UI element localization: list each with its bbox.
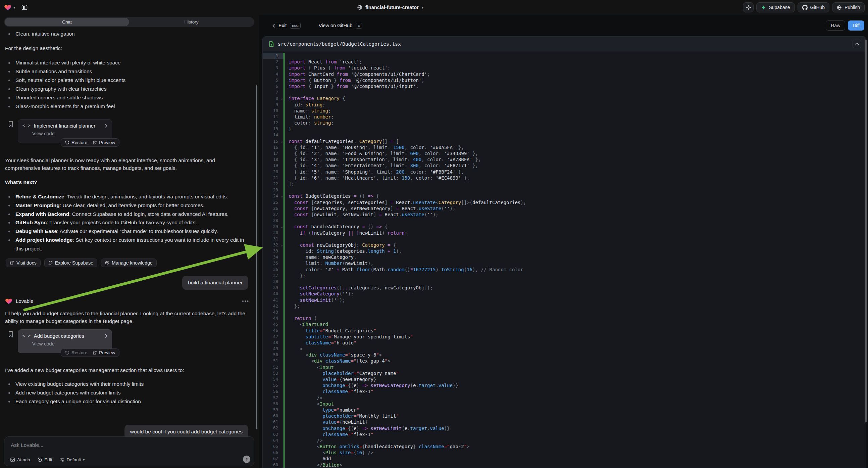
- code-line: 10 name: string;: [263, 108, 866, 114]
- more-options-icon[interactable]: •••: [242, 298, 249, 304]
- code-line: 55 onChange={(e) => setNewCategory(e.tar…: [263, 382, 866, 388]
- esc-key-badge: ESC: [290, 23, 301, 29]
- view-on-github-button[interactable]: View on GitHub: [319, 23, 352, 28]
- chat-input[interactable]: [11, 442, 179, 448]
- code-line: 65 <Button onClick={handleAddCategory} c…: [263, 443, 866, 449]
- send-button[interactable]: [243, 456, 250, 463]
- code-line: 53 placeholder="Category name": [263, 370, 866, 376]
- list-item: Clean, intuitive navigation: [5, 30, 253, 38]
- project-name: financial-future-creator: [365, 5, 419, 10]
- collapse-file-button[interactable]: [852, 39, 861, 48]
- chat-bubble-icon: [48, 261, 53, 265]
- list-item: Master Prompting: Use clear, detailed, a…: [5, 201, 253, 210]
- feature-list-tail: Clean, intuitive navigation: [5, 30, 253, 38]
- list-item: Each category gets a unique color for vi…: [5, 397, 253, 406]
- list-item: Add new budget categories with custom li…: [5, 388, 253, 397]
- next-steps-list: Refine & Customize: Tweak the design, an…: [5, 193, 253, 253]
- code-line: 2import React from 'react';: [263, 59, 866, 65]
- code-lines: 12import React from 'react';3import { Pl…: [263, 51, 866, 468]
- code-line: 43: [263, 309, 866, 315]
- code-line: 60 placeholder="Monthly limit": [263, 413, 866, 419]
- top-bar: ▾ financial-future-creator ▾ Supabase Gi…: [0, 0, 868, 15]
- code-line: 33 id: String(categories.length + 1),: [263, 248, 866, 254]
- code-line: 24⌄const BudgetCategories = () => {: [263, 193, 866, 199]
- code-line: 42 };: [263, 303, 866, 309]
- supabase-icon: [761, 5, 766, 10]
- globe-icon: [357, 5, 362, 10]
- github-button[interactable]: GitHub: [798, 2, 830, 12]
- assistant-message: Your sleek financial planner is now read…: [5, 156, 252, 172]
- tab-history[interactable]: History: [129, 18, 254, 26]
- code-line: 63 className="flex-1": [263, 431, 866, 437]
- preview-button[interactable]: Preview: [93, 350, 115, 355]
- image-icon: [10, 457, 15, 462]
- restore-button[interactable]: Restore: [65, 350, 87, 355]
- settings-button[interactable]: [743, 2, 753, 12]
- diff-button[interactable]: Diff: [848, 21, 864, 31]
- chat-scrollbar[interactable]: [256, 85, 257, 429]
- explore-supabase-button[interactable]: Explore Supabase: [44, 259, 97, 267]
- list-item: Rounded corners and subtle shadows: [5, 93, 253, 102]
- code-line: 58 <Input: [263, 401, 866, 407]
- code-line: 29⌄ const handleAddCategory = () => {: [263, 224, 866, 230]
- preview-button[interactable]: Preview: [93, 140, 115, 145]
- code-line: 17 { id: '2', name: 'Food & Dining', lim…: [263, 150, 866, 156]
- supabase-button[interactable]: Supabase: [756, 2, 795, 12]
- chevron-up-icon: [855, 42, 859, 45]
- code-line: 47 subtitle="Manage your spending limits…: [263, 334, 866, 340]
- visit-docs-button[interactable]: Visit docs: [6, 259, 40, 267]
- edit-button[interactable]: Edit: [37, 457, 52, 462]
- publish-button[interactable]: Publish: [832, 2, 865, 12]
- version-actions: Restore Preview: [61, 349, 119, 357]
- view-code-link[interactable]: View code: [32, 131, 107, 136]
- code-line: 11 limit: number;: [263, 114, 866, 120]
- version-actions: Restore Preview: [61, 138, 119, 147]
- restore-button[interactable]: Restore: [65, 140, 87, 145]
- chevron-down-icon: ▾: [83, 458, 85, 462]
- code-icon: < >: [23, 333, 31, 338]
- bookmark-icon[interactable]: [8, 331, 13, 356]
- code-scrollbar[interactable]: [865, 39, 867, 422]
- file-added-icon: [269, 41, 274, 47]
- code-line: 48 className="h-auto": [263, 340, 866, 346]
- code-line: 30 if (!newCategory || !newLimit) return…: [263, 230, 866, 236]
- chat-composer: Attach Edit Default ▾: [4, 436, 254, 466]
- code-line: 8⌄interface Category {: [263, 95, 866, 101]
- list-item: Subtle animations and transitions: [5, 67, 253, 76]
- code-line: 52 <Input: [263, 364, 866, 370]
- code-line: 5import { Button } from '@/components/ui…: [263, 77, 866, 83]
- list-item: View existing budget categories with the…: [5, 380, 253, 388]
- user-message-bubble: build a financial planner: [182, 275, 248, 290]
- design-intro: For the design aesthetic:: [5, 44, 253, 52]
- github-icon: [802, 5, 808, 10]
- code-line: 15⌄const defaultCategories: Category[] =…: [263, 138, 866, 144]
- code-line: 35 limit: Number(newLimit),: [263, 260, 866, 266]
- list-item: Debug with Ease: Activate our experiment…: [5, 227, 253, 236]
- manage-knowledge-button[interactable]: Manage knowledge: [101, 259, 156, 267]
- code-line: 3import { Plus } from 'lucide-react';: [263, 65, 866, 71]
- bookmark-icon[interactable]: [8, 121, 13, 146]
- code-line: 50 <div className="space-y-6">: [263, 352, 866, 358]
- globe-icon: [837, 5, 842, 10]
- mode-selector[interactable]: Default ▾: [60, 457, 85, 462]
- restore-icon: [65, 351, 69, 355]
- code-line: 37 };: [263, 273, 866, 279]
- attach-button[interactable]: Attach: [10, 457, 30, 462]
- project-switcher[interactable]: financial-future-creator ▾: [357, 0, 426, 15]
- code-line: 18 { id: '3', name: 'Transportation', li…: [263, 156, 866, 163]
- tab-chat[interactable]: Chat: [5, 18, 129, 26]
- lovable-logo-icon[interactable]: [4, 4, 11, 11]
- code-viewer-panel: Exit ESC View on GitHub G Raw Diff src/c…: [259, 15, 868, 468]
- code-line: 31: [263, 236, 866, 242]
- code-line: 32⌄ const newCategoryObj: Category = {: [263, 242, 866, 248]
- sidebar-toggle-icon[interactable]: [20, 2, 30, 12]
- code-line: 56 className="flex-1": [263, 388, 866, 394]
- code-line: 25 const [categories, setCategories] = R…: [263, 199, 866, 205]
- view-code-link[interactable]: View code: [32, 341, 107, 347]
- file-path-bar[interactable]: src/components/budget/BudgetCategories.t…: [263, 37, 866, 51]
- chevron-down-icon[interactable]: ▾: [13, 5, 16, 10]
- raw-button[interactable]: Raw: [826, 21, 845, 31]
- exit-button[interactable]: Exit: [278, 23, 286, 28]
- code-line: 38: [263, 279, 866, 285]
- code-line: 66 <Plus size={16} />: [263, 449, 866, 456]
